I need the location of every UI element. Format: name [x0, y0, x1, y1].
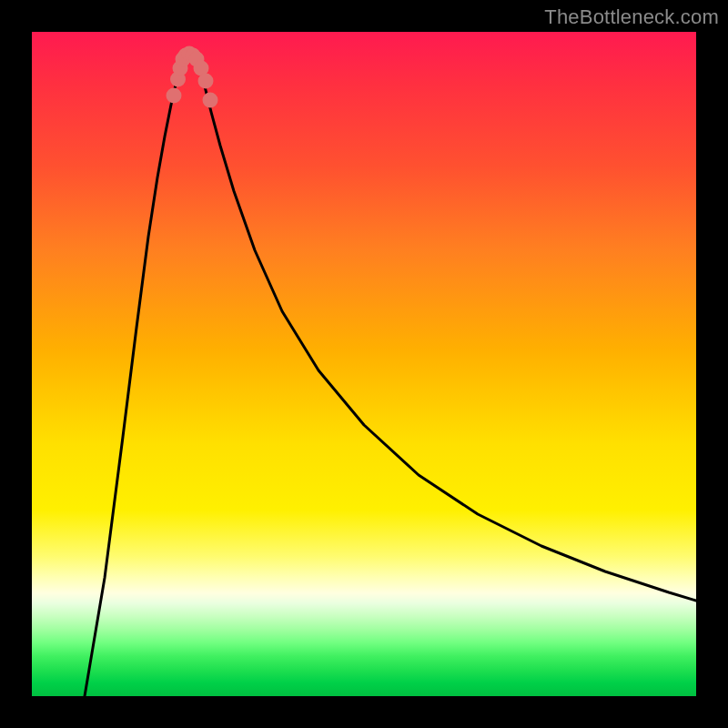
bottleneck-curve: [32, 32, 696, 696]
svg-point-10: [203, 93, 218, 108]
svg-point-9: [198, 74, 214, 89]
plot-area: [32, 32, 696, 696]
marker-dots: [167, 46, 218, 108]
chart-frame: TheBottleneck.com: [0, 0, 728, 728]
watermark-text: TheBottleneck.com: [544, 5, 719, 29]
curve-left-branch: [85, 68, 180, 696]
curve-right-branch: [200, 68, 696, 601]
svg-point-0: [167, 88, 182, 104]
